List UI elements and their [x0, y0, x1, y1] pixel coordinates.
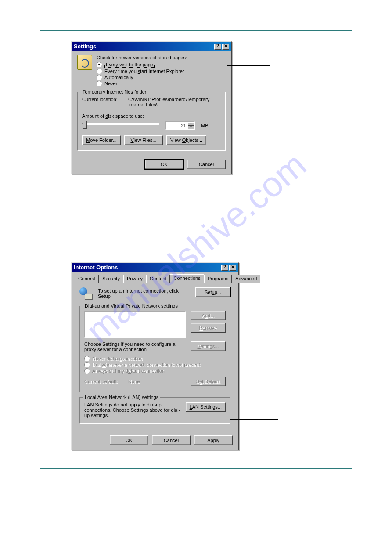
dialog-title: Internet Options — [74, 264, 220, 271]
callout-line — [227, 65, 270, 66]
lan-legend: Local Area Network (LAN) settings — [83, 395, 160, 400]
radio-dial-whenever — [84, 362, 90, 367]
current-default-value: None — [128, 379, 186, 384]
dialup-legend: Dial-up and Virtual Private Network sett… — [83, 303, 179, 308]
globe-icon — [79, 287, 94, 301]
settings-button: Settings... — [191, 341, 226, 351]
lan-settings-button[interactable]: LAN Settings... — [186, 402, 226, 412]
titlebar: Internet Options ? ✕ — [72, 263, 238, 272]
view-files-button[interactable]: View Files... — [124, 135, 163, 145]
tab-connections[interactable]: Connections — [170, 274, 204, 283]
tab-advanced[interactable]: Advanced — [232, 275, 260, 283]
close-button[interactable]: ✕ — [222, 44, 229, 50]
tab-security[interactable]: Security — [99, 275, 123, 283]
current-location-label: Current location: — [82, 97, 124, 107]
page-rule-bottom — [40, 468, 352, 469]
disk-space-label: Amount of disk space to use: — [82, 113, 221, 119]
tab-content[interactable]: Content — [146, 275, 170, 283]
radio-always-dial — [84, 368, 90, 374]
tab-privacy[interactable]: Privacy — [123, 275, 146, 283]
help-button[interactable]: ? — [221, 265, 228, 271]
radio-label: Dial whenever a network connection is no… — [92, 362, 200, 367]
current-default-label: Current default: — [84, 379, 124, 384]
temp-files-legend: Temporary Internet files folder — [81, 89, 148, 94]
radio-automatically[interactable] — [97, 75, 102, 80]
tab-strip: General Security Privacy Content Connect… — [72, 272, 238, 283]
internet-options-dialog: Internet Options ? ✕ General Security Pr… — [71, 262, 239, 450]
cancel-button[interactable]: Cancel — [152, 435, 191, 445]
radio-label: Every time you start Internet Explorer — [104, 69, 184, 74]
radio-label: Never — [104, 81, 117, 86]
disk-space-unit: MB — [201, 123, 209, 128]
setup-text: To set up an Internet connection, click … — [98, 287, 191, 299]
ok-button[interactable]: OK — [110, 435, 148, 445]
remove-button: Remove — [191, 323, 226, 333]
disk-space-input[interactable] — [166, 122, 188, 129]
tab-programs[interactable]: Programs — [204, 275, 232, 283]
help-button[interactable]: ? — [214, 44, 221, 50]
lan-hint: LAN Settings do not apply to dial-up con… — [84, 402, 181, 418]
disk-space-slider[interactable]: · · · · · · · · · · · · · · · · · · · · … — [82, 123, 159, 128]
add-button: Add... — [191, 311, 226, 320]
proxy-hint: Choose Settings if you need to configure… — [84, 341, 186, 352]
radio-label: Always dial my default connection — [92, 368, 165, 374]
settings-dialog: Settings ? ✕ Check for newer versions of… — [71, 41, 232, 174]
radio-label: Every visit to the page — [104, 62, 155, 68]
tab-general[interactable]: General — [75, 275, 99, 283]
radio-every-visit[interactable] — [97, 62, 102, 67]
connections-listbox[interactable] — [84, 311, 186, 338]
callout-line — [230, 419, 278, 420]
page-rule-top — [40, 30, 352, 31]
setup-button[interactable]: Setup... — [195, 287, 230, 297]
set-default-button: Set Default — [191, 377, 226, 386]
current-location-value: C:\WINNT\Profiles\barberc\Temporary Inte… — [128, 97, 221, 107]
check-label: Check for newer versions of stored pages… — [97, 55, 226, 60]
close-button[interactable]: ✕ — [229, 265, 236, 271]
dialog-title: Settings — [74, 43, 213, 50]
apply-button[interactable]: Apply — [194, 435, 233, 445]
page-icon — [77, 55, 92, 70]
spin-down[interactable]: ▼ — [188, 126, 194, 129]
radio-label: Never dial a connection — [92, 356, 143, 361]
disk-space-spinner[interactable]: ▲ ▼ — [165, 121, 195, 130]
spin-up[interactable]: ▲ — [188, 122, 194, 126]
radio-never-dial — [84, 356, 90, 361]
move-folder-button[interactable]: Move Folder... — [82, 135, 121, 145]
view-objects-button[interactable]: View Objects... — [166, 135, 206, 145]
radio-every-start[interactable] — [97, 69, 102, 74]
cancel-button[interactable]: Cancel — [187, 160, 226, 169]
radio-never[interactable] — [97, 81, 102, 86]
radio-label: Automatically — [104, 75, 133, 80]
titlebar: Settings ? ✕ — [72, 42, 231, 51]
ok-button[interactable]: OK — [145, 160, 183, 169]
